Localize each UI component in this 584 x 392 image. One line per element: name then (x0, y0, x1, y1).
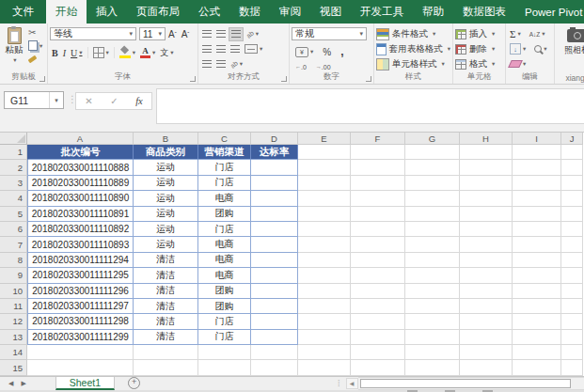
cell-H1[interactable] (460, 145, 513, 160)
cell-E9[interactable] (298, 268, 351, 283)
cancel-button[interactable]: ✕ (85, 96, 92, 106)
align-middle-button[interactable] (214, 27, 228, 41)
cell-E14[interactable] (298, 345, 351, 360)
cell-F10[interactable] (351, 284, 405, 299)
cell-H4[interactable] (460, 191, 513, 206)
enter-button[interactable]: ✓ (110, 96, 118, 106)
cell-J7[interactable] (561, 237, 583, 252)
formula-input[interactable] (156, 88, 584, 124)
cell-E1[interactable] (298, 145, 351, 160)
cell-H5[interactable] (460, 207, 513, 222)
cell-D10[interactable] (251, 284, 298, 299)
cell-A4[interactable]: 2018020330011110890 (27, 191, 134, 206)
cell-G3[interactable] (405, 176, 460, 191)
align-top-button[interactable] (200, 27, 213, 41)
row-header-5[interactable]: 5 (0, 207, 27, 222)
cell-J2[interactable] (561, 160, 583, 175)
autosum-button[interactable]: Σ (508, 27, 523, 41)
tab-审阅[interactable]: 审阅 (270, 0, 310, 24)
cell-C15[interactable] (198, 360, 251, 375)
cell-E11[interactable] (298, 299, 351, 314)
cell-C5[interactable]: 团购 (198, 207, 251, 222)
cell-B5[interactable]: 运动 (134, 207, 198, 222)
tab-开始[interactable]: 开始 (46, 0, 87, 24)
row-header-1[interactable]: 1 (0, 145, 27, 160)
cell-D4[interactable] (251, 191, 298, 206)
cell-A1[interactable]: 批次编号 (27, 145, 134, 160)
cell-G9[interactable] (405, 268, 460, 283)
orientation-button[interactable]: ab (245, 27, 260, 41)
cell-F12[interactable] (351, 314, 405, 329)
scrollbar-resize-handle[interactable]: ⁞ (338, 379, 340, 388)
cell-styles-button[interactable]: 单元格样式 (376, 56, 450, 71)
cell-J4[interactable] (561, 191, 583, 206)
cell-J11[interactable] (561, 299, 583, 314)
cell-H14[interactable] (460, 345, 513, 360)
cell-F14[interactable] (351, 345, 405, 360)
scroll-left-button[interactable]: ◀ (346, 378, 358, 389)
row-header-7[interactable]: 7 (0, 237, 27, 252)
cell-I12[interactable] (513, 314, 561, 329)
scrollbar-thumb[interactable] (360, 379, 571, 388)
cell-E8[interactable] (298, 253, 351, 268)
tab-插入[interactable]: 插入 (87, 0, 127, 24)
cell-D6[interactable] (251, 222, 298, 237)
cell-D3[interactable] (251, 176, 298, 191)
column-header-I[interactable]: I (513, 133, 561, 145)
column-header-B[interactable]: B (134, 133, 198, 145)
conditional-formatting-button[interactable]: 条件格式 (376, 26, 450, 41)
cell-B13[interactable]: 清洁 (134, 330, 198, 345)
tab-开发工具[interactable]: 开发工具 (351, 0, 413, 24)
cell-E7[interactable] (298, 237, 351, 252)
italic-button[interactable]: I (61, 46, 68, 60)
cell-C3[interactable]: 门店 (198, 176, 251, 191)
select-all-button[interactable] (0, 133, 27, 145)
row-header-2[interactable]: 2 (0, 160, 27, 175)
cell-F9[interactable] (351, 268, 405, 283)
column-header-G[interactable]: G (405, 133, 460, 145)
clipboard-dialog-launcher[interactable] (39, 76, 45, 82)
cell-B14[interactable] (134, 345, 198, 360)
cell-G7[interactable] (405, 237, 460, 252)
scrollbar-track[interactable] (358, 377, 584, 390)
cell-H6[interactable] (460, 222, 513, 237)
cell-J8[interactable] (561, 253, 583, 268)
number-dialog-launcher[interactable] (366, 76, 371, 82)
insert-cells-button[interactable]: 插入 (455, 26, 503, 41)
next-sheet-button[interactable]: ▶ (21, 380, 25, 387)
cell-J12[interactable] (561, 314, 583, 329)
cell-G6[interactable] (405, 222, 460, 237)
row-header-12[interactable]: 12 (0, 314, 27, 329)
cell-G1[interactable] (405, 145, 460, 160)
cell-B9[interactable]: 清洁 (134, 268, 198, 283)
cell-B8[interactable]: 清洁 (134, 253, 198, 268)
cell-E10[interactable] (298, 284, 351, 299)
cell-B10[interactable]: 清洁 (134, 284, 198, 299)
cell-F13[interactable] (351, 330, 405, 345)
cell-F15[interactable] (351, 360, 405, 375)
clear-button[interactable] (508, 57, 528, 71)
cell-G5[interactable] (405, 207, 460, 222)
cell-C8[interactable]: 电商 (198, 253, 251, 268)
format-painter-button[interactable] (28, 53, 42, 65)
cell-B7[interactable]: 运动 (134, 237, 198, 252)
cell-E15[interactable] (298, 360, 351, 375)
underline-button[interactable]: U (69, 46, 85, 60)
cell-F5[interactable] (351, 207, 405, 222)
cell-I14[interactable] (513, 345, 561, 360)
cell-D12[interactable] (251, 314, 298, 329)
column-header-A[interactable]: A (27, 133, 134, 145)
format-as-table-button[interactable]: 套用表格格式 (376, 41, 450, 56)
cell-I11[interactable] (513, 299, 561, 314)
cell-J9[interactable] (561, 268, 583, 283)
cell-D15[interactable] (251, 360, 298, 375)
cell-A2[interactable]: 2018020330011110888 (27, 160, 134, 175)
cell-C13[interactable]: 门店 (198, 330, 251, 345)
cell-G8[interactable] (405, 253, 460, 268)
cut-button[interactable]: ✂ (28, 26, 42, 39)
cell-J6[interactable] (561, 222, 583, 237)
cell-B15[interactable] (134, 360, 198, 375)
decrease-indent-button[interactable] (200, 57, 213, 71)
cell-H12[interactable] (460, 314, 513, 329)
cell-E5[interactable] (298, 207, 351, 222)
